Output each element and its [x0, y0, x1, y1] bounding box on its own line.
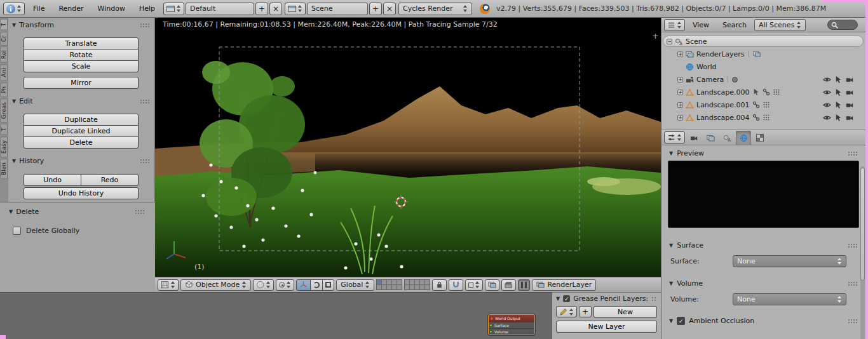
surface-select[interactable]: None: [733, 255, 846, 267]
eye-icon[interactable]: [823, 76, 831, 84]
expand-icon[interactable]: +: [677, 51, 683, 57]
opengl-render-button[interactable]: [485, 279, 499, 291]
tab-scene[interactable]: [719, 131, 735, 145]
layout-add-button[interactable]: +: [255, 3, 268, 15]
panel-header-delete[interactable]: ▼ Delete: [5, 206, 150, 217]
panel-header-edit[interactable]: ▼ Edit: [8, 96, 155, 107]
shading-select[interactable]: [253, 279, 274, 291]
menu-window[interactable]: Window: [92, 4, 131, 13]
gp-data-select[interactable]: [556, 306, 577, 317]
gp-new-button[interactable]: New: [593, 306, 657, 318]
translate-manipulator-button[interactable]: [296, 279, 311, 291]
shelf-tab-physics[interactable]: Ph: [0, 83, 8, 97]
checkbox-icon[interactable]: ✓: [563, 295, 570, 302]
region-expand-icon[interactable]: +: [652, 32, 659, 40]
panel-header-volume[interactable]: ▼ Volume: [667, 278, 860, 289]
display-scope-select[interactable]: All Scenes: [754, 19, 806, 31]
camera-icon[interactable]: [846, 101, 854, 109]
outliner-menu-search[interactable]: Search: [717, 21, 752, 29]
eye-icon[interactable]: [823, 114, 831, 122]
socket-icon[interactable]: [489, 324, 492, 327]
opengl-render-anim-button[interactable]: [501, 279, 516, 291]
socket-icon[interactable]: [489, 330, 492, 333]
scrollbar-thumb[interactable]: [860, 168, 865, 281]
shelf-tab-relations[interactable]: Rel: [0, 46, 8, 63]
volume-select[interactable]: None: [733, 293, 846, 305]
mirror-button[interactable]: Mirror: [24, 77, 139, 89]
cursor-icon[interactable]: [834, 88, 843, 96]
outliner-row-landscape-000[interactable]: + Landscape.000: [661, 86, 865, 98]
pause-render-button[interactable]: [518, 279, 530, 291]
panel-grip-icon[interactable]: [848, 281, 858, 286]
panel-header-ambient-occlusion[interactable]: ▼ ✓ Ambient Occlusion: [667, 316, 860, 326]
delete-globally-option[interactable]: Delete Globally: [13, 227, 150, 235]
cursor-icon[interactable]: [834, 76, 843, 84]
editor-type-button[interactable]: [158, 279, 179, 291]
panel-grip-icon[interactable]: [848, 319, 858, 324]
panel-grip-icon[interactable]: [140, 23, 150, 28]
tab-render-layers[interactable]: [703, 131, 718, 145]
duplicate-button[interactable]: Duplicate: [24, 114, 139, 126]
gp-new-layer-button[interactable]: New Layer: [556, 321, 657, 333]
layout-name-field[interactable]: Default: [186, 3, 254, 15]
rotate-manipulator-button[interactable]: [310, 279, 323, 291]
tab-render[interactable]: [686, 131, 702, 145]
menu-file[interactable]: File: [27, 4, 50, 13]
duplicate-linked-button[interactable]: Duplicate Linked: [24, 125, 139, 137]
orientation-select[interactable]: Global: [336, 279, 374, 291]
world-output-node[interactable]: World Output Surface Volume: [488, 314, 535, 335]
snap-element-select[interactable]: [465, 279, 483, 291]
translate-button[interactable]: Translate: [24, 37, 139, 50]
panel-grip-icon[interactable]: [848, 151, 858, 156]
outliner-row-world[interactable]: World: [661, 60, 865, 73]
editor-type-button[interactable]: [664, 19, 685, 31]
layout-browse-button[interactable]: [163, 3, 184, 15]
node-socket-volume[interactable]: Volume: [489, 328, 534, 335]
gp-add-button[interactable]: +: [579, 306, 592, 317]
camera-icon[interactable]: [846, 88, 854, 96]
mode-select[interactable]: Object Mode: [180, 279, 251, 291]
cursor-icon[interactable]: [834, 114, 843, 122]
delete-button[interactable]: Delete: [24, 136, 139, 149]
panel-header-history[interactable]: ▼ History: [8, 156, 155, 166]
outliner-row-scene[interactable]: − Scene: [661, 35, 865, 48]
scene-close-button[interactable]: ×: [383, 3, 396, 15]
camera-icon[interactable]: [846, 114, 854, 122]
collapse-icon[interactable]: −: [667, 39, 672, 44]
tab-world[interactable]: [736, 131, 751, 145]
shelf-tab-7[interactable]: T: [0, 124, 8, 135]
scale-manipulator-button[interactable]: [322, 279, 334, 291]
camera-icon[interactable]: [846, 76, 854, 84]
outliner-menu-view[interactable]: View: [687, 21, 715, 29]
cursor-icon[interactable]: [834, 101, 843, 109]
undo-button[interactable]: Undo: [24, 174, 81, 186]
shelf-tab-8[interactable]: Easy: [0, 136, 8, 157]
scale-button[interactable]: Scale: [24, 60, 139, 72]
panel-header-preview[interactable]: ▼ Preview: [667, 148, 860, 159]
outliner-search[interactable]: [827, 20, 858, 30]
panel-grip-icon[interactable]: [651, 296, 657, 302]
shelf-tab-tools[interactable]: T: [0, 19, 8, 30]
layer-grid-1[interactable]: [376, 279, 402, 290]
layer-grid-2[interactable]: [404, 279, 430, 290]
panel-grip-icon[interactable]: [135, 209, 145, 215]
shelf-tab-9[interactable]: Blen: [0, 159, 8, 179]
tab-texture[interactable]: [752, 131, 768, 145]
scene-browse-button[interactable]: [285, 3, 306, 15]
properties-scrollbar[interactable]: [860, 166, 865, 339]
panel-header-grease-pencil[interactable]: ▼ ✓ Grease Pencil Layers:: [556, 294, 657, 303]
expand-icon[interactable]: +: [677, 77, 683, 83]
checkbox-icon[interactable]: [13, 227, 21, 235]
scene-add-button[interactable]: +: [369, 3, 382, 15]
render-engine-select[interactable]: Cycles Render: [398, 3, 472, 15]
lock-to-scene-button[interactable]: [432, 279, 447, 291]
shelf-tab-grease-pencil[interactable]: Greas: [0, 98, 8, 123]
redo-button[interactable]: Redo: [81, 174, 139, 186]
panel-header-transform[interactable]: ▼ Transform: [8, 20, 155, 30]
outliner-row-camera[interactable]: + Camera: [661, 73, 865, 86]
outliner-row-renderlayers[interactable]: + RenderLayers: [661, 48, 865, 60]
shelf-tab-create[interactable]: Cr: [0, 32, 8, 46]
expand-icon[interactable]: +: [677, 115, 683, 121]
layout-close-button[interactable]: ×: [269, 3, 282, 15]
checkbox-icon[interactable]: ✓: [677, 317, 685, 325]
